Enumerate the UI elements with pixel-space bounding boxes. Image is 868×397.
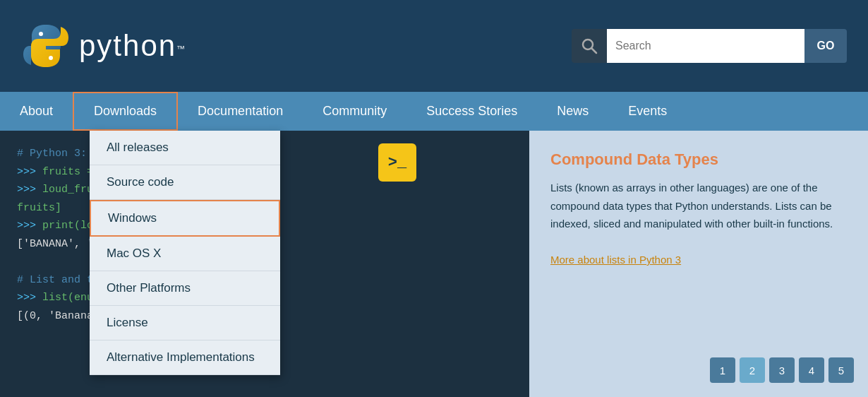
dropdown-item-all-releases[interactable]: All releases	[90, 131, 280, 165]
svg-point-0	[39, 32, 43, 36]
logo-area: python™	[21, 21, 186, 71]
page-btn-2[interactable]: 2	[740, 357, 765, 383]
navbar: About Downloads Documentation Community …	[0, 92, 868, 131]
dropdown-item-source-code[interactable]: Source code	[90, 165, 280, 200]
nav-item-events[interactable]: Events	[608, 92, 687, 131]
svg-point-1	[49, 56, 53, 60]
nav-item-about[interactable]: About	[0, 92, 73, 131]
page-btn-1[interactable]: 1	[710, 357, 735, 383]
nav-item-success-stories[interactable]: Success Stories	[406, 92, 537, 131]
nav-item-community[interactable]: Community	[303, 92, 406, 131]
go-button[interactable]: GO	[804, 29, 847, 63]
info-link[interactable]: More about lists in Python 3	[550, 254, 681, 266]
downloads-dropdown: All releases Source code Windows Mac OS …	[90, 131, 280, 375]
nav-item-news[interactable]: News	[537, 92, 608, 131]
dropdown-item-license[interactable]: License	[90, 306, 280, 340]
nav-item-downloads[interactable]: Downloads	[73, 92, 178, 131]
search-icon	[581, 37, 598, 54]
info-panel: Compound Data Types Lists (known as arra…	[529, 131, 868, 397]
nav-item-documentation[interactable]: Documentation	[178, 92, 303, 131]
python-logo-icon	[21, 21, 71, 71]
search-area: GO	[572, 29, 847, 63]
dropdown-item-other-platforms[interactable]: Other Platforms	[90, 271, 280, 306]
logo-name: python™	[79, 29, 186, 63]
dropdown-item-alternative-implementations[interactable]: Alternative Implementations	[90, 340, 280, 375]
info-title: Compound Data Types	[550, 150, 847, 169]
search-input[interactable]	[607, 29, 804, 63]
search-icon-button[interactable]	[572, 29, 607, 63]
pagination: 1 2 3 4 5	[710, 357, 854, 383]
page-btn-3[interactable]: 3	[769, 357, 795, 383]
info-body: Lists (known as arrays in other language…	[550, 179, 847, 269]
page-btn-5[interactable]: 5	[828, 357, 854, 383]
page-btn-4[interactable]: 4	[799, 357, 824, 383]
svg-line-3	[592, 49, 597, 54]
dropdown-item-windows[interactable]: Windows	[90, 200, 280, 237]
header: python™ GO	[0, 0, 868, 92]
terminal-icon: >_	[378, 143, 416, 182]
dropdown-item-mac-os-x[interactable]: Mac OS X	[90, 237, 280, 271]
